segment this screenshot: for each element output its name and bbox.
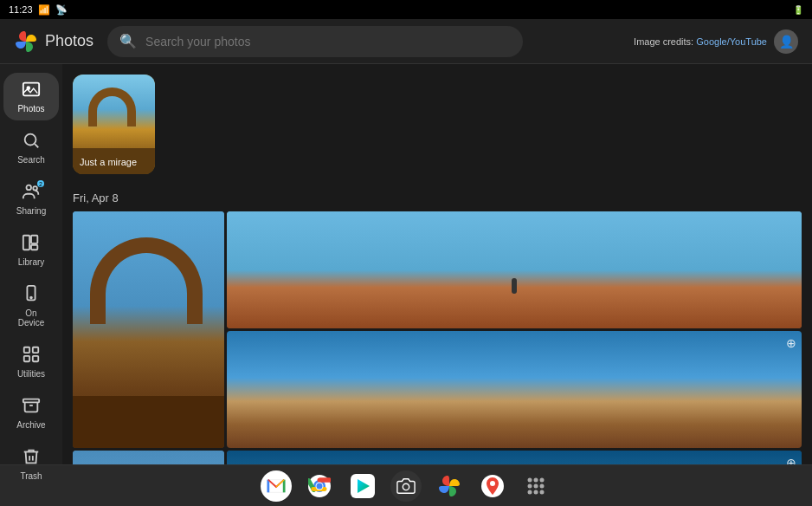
svg-rect-12 <box>33 347 38 353</box>
trash-icon <box>22 447 41 469</box>
archive-icon <box>22 396 41 418</box>
svg-point-26 <box>534 477 538 482</box>
svg-point-2 <box>25 134 36 146</box>
photo-hiker[interactable] <box>227 211 802 328</box>
svg-rect-0 <box>23 83 39 96</box>
library-icon <box>22 233 41 255</box>
sidebar-item-sharing[interactable]: 2 Sharing <box>3 175 59 223</box>
panorama1-icon: ⊕ <box>786 336 796 350</box>
sidebar: Photos Search 2 Sharing Library <box>0 64 62 464</box>
featured-section: Just a mirage <box>73 75 802 178</box>
sidebar-item-library[interactable]: Library <box>3 226 59 274</box>
panorama3-icon: ⊕ <box>786 456 796 464</box>
search-bar[interactable]: 🔍 <box>107 26 523 57</box>
search-input[interactable] <box>145 35 511 49</box>
featured-photo[interactable]: Just a mirage <box>73 75 155 174</box>
content: Just a mirage Fri, Apr 8 <box>62 64 812 464</box>
taskbar-maps[interactable] <box>477 470 508 502</box>
svg-rect-15 <box>23 399 39 403</box>
photos-icon <box>22 80 41 101</box>
svg-rect-11 <box>24 347 29 353</box>
svg-point-4 <box>27 185 32 191</box>
utilities-icon <box>22 345 41 367</box>
sidebar-item-search[interactable]: Search <box>3 124 59 172</box>
svg-point-22 <box>403 483 409 490</box>
sidebar-photos-label: Photos <box>17 104 44 114</box>
sidebar-library-label: Library <box>18 257 45 267</box>
svg-rect-13 <box>24 356 29 361</box>
featured-caption: Just a mirage <box>80 157 137 167</box>
sidebar-item-trash[interactable]: Trash <box>3 440 59 488</box>
photo-arch-large[interactable] <box>73 211 224 448</box>
taskbar <box>0 464 812 506</box>
svg-point-5 <box>33 186 37 191</box>
status-left: 11:23 📶 📡 <box>9 4 68 16</box>
svg-point-30 <box>540 483 545 488</box>
svg-point-27 <box>540 477 545 482</box>
svg-point-25 <box>528 477 532 482</box>
photo-panorama1[interactable]: ⊕ <box>227 331 802 448</box>
sidebar-item-archive[interactable]: Archive <box>3 389 59 437</box>
search-icon: 🔍 <box>119 33 137 49</box>
sidebar-item-utilities[interactable]: Utilities <box>3 338 59 386</box>
status-bar: 11:23 📶 📡 🔋 <box>0 0 812 19</box>
sharing-icon: 2 <box>22 182 41 204</box>
sharing-badge: 2 <box>37 180 44 187</box>
ondevice-icon <box>22 284 41 306</box>
svg-rect-7 <box>31 236 37 243</box>
photo-grid-row-2: ⊕ <box>73 451 802 464</box>
logo-text: Photos <box>45 32 93 50</box>
taskbar-chrome[interactable] <box>304 470 335 502</box>
image-credits: Image credits: Google/YouTube <box>634 36 767 47</box>
taskbar-camera[interactable] <box>390 470 422 502</box>
svg-point-24 <box>490 481 495 486</box>
search-sidebar-icon <box>22 131 41 152</box>
svg-point-10 <box>30 297 32 299</box>
status-right: 🔋 <box>793 5 803 15</box>
sidebar-item-ondevice[interactable]: On Device <box>3 277 59 334</box>
svg-rect-14 <box>33 356 38 361</box>
svg-point-33 <box>540 490 545 494</box>
sidebar-utilities-label: Utilities <box>17 369 45 379</box>
date-label: Fri, Apr 8 <box>73 191 802 204</box>
taskbar-gmail[interactable] <box>261 470 292 502</box>
svg-line-3 <box>35 144 38 147</box>
sidebar-sharing-label: Sharing <box>16 206 46 216</box>
sidebar-search-label: Search <box>17 155 45 165</box>
photo-panorama3[interactable]: ⊕ <box>227 451 802 464</box>
svg-point-31 <box>528 490 532 494</box>
header-right: Image credits: Google/YouTube 👤 <box>634 29 798 54</box>
svg-point-32 <box>534 490 538 494</box>
sim-icon: 📶 <box>38 4 50 16</box>
main: Photos Search 2 Sharing Library <box>0 64 812 464</box>
svg-point-29 <box>534 483 538 488</box>
avatar[interactable]: 👤 <box>774 29 798 54</box>
credits-link[interactable]: Google/YouTube <box>696 36 767 47</box>
taskbar-gphotos[interactable] <box>434 470 465 502</box>
photo-grid-row-1: ⊕ <box>73 211 802 448</box>
svg-rect-6 <box>23 236 29 250</box>
svg-point-28 <box>528 483 532 488</box>
sidebar-trash-label: Trash <box>20 471 42 481</box>
svg-rect-8 <box>31 245 37 250</box>
header: Photos 🔍 Image credits: Google/YouTube 👤 <box>0 19 812 64</box>
photo-arch2[interactable] <box>73 451 224 464</box>
sidebar-item-photos[interactable]: Photos <box>3 73 59 120</box>
taskbar-launcher[interactable] <box>520 470 551 502</box>
sidebar-ondevice-label: On Device <box>12 308 50 328</box>
google-photos-logo: Photos <box>14 29 93 54</box>
taskbar-play[interactable] <box>347 470 378 502</box>
battery-icon: 🔋 <box>793 5 803 15</box>
time: 11:23 <box>9 4 33 15</box>
wifi-icon: 📡 <box>55 4 68 16</box>
svg-point-19 <box>317 483 323 489</box>
logo-icon <box>14 29 38 54</box>
sidebar-archive-label: Archive <box>16 420 45 430</box>
